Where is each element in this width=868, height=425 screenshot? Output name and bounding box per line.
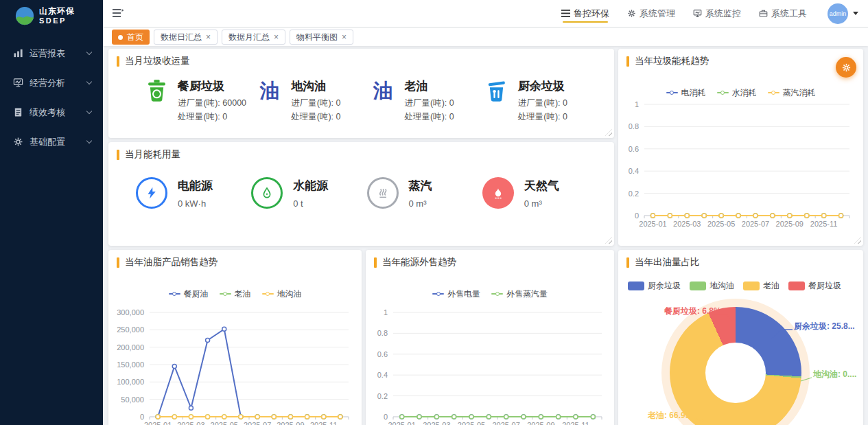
sidebar-item-business-analysis[interactable]: 经营分析 xyxy=(0,68,103,97)
tab-label: 首页 xyxy=(127,32,143,43)
legend-item[interactable]: 外售蒸汽量 xyxy=(491,288,548,300)
svg-text:2025-07: 2025-07 xyxy=(492,421,519,425)
stat-name: 地沟油 xyxy=(291,78,340,94)
card-title: 当年能源外售趋势 xyxy=(366,250,614,271)
svg-text:200,000: 200,000 xyxy=(117,343,144,352)
stat-water-energy: 水能源 0 t xyxy=(251,177,366,209)
title-accent-bar xyxy=(117,150,119,160)
monitor-chart-icon xyxy=(13,78,23,88)
donut-chart: 厨余垃圾: 25.8...地沟油: 0....老油: 66.93%餐厨垃圾: 6… xyxy=(618,293,863,425)
oil-sales-chart: 050,000100,000150,000200,000250,000300,0… xyxy=(108,300,362,425)
trash-blue-icon xyxy=(484,78,509,106)
svg-text:0: 0 xyxy=(635,211,639,220)
sidebar-collapse-button[interactable] xyxy=(113,8,124,19)
energy-trend-chart: 00.20.40.60.812025-012025-032025-052025-… xyxy=(618,99,863,239)
stat-food-waste: 厨余垃圾 进厂量(吨): 0 处理量(吨): 0 xyxy=(484,78,598,124)
legend-item[interactable]: 餐厨垃圾 xyxy=(788,280,841,292)
chart-legend: 电消耗水消耗蒸汽消耗 xyxy=(618,87,863,99)
svg-text:2025-11: 2025-11 xyxy=(810,220,838,228)
sidebar-item-performance-review[interactable]: 绩效考核 xyxy=(0,97,103,127)
svg-text:2025-11: 2025-11 xyxy=(562,421,589,425)
logo-icon xyxy=(15,6,34,25)
energy-stats-row: 电能源 0 kW·h 水能源 0 t 蒸汽 0 m³ xyxy=(108,163,614,209)
nav-item-lukong-env[interactable]: 鲁控环保 xyxy=(561,0,609,27)
avatar[interactable]: admin xyxy=(828,3,848,24)
legend-item[interactable]: 厨余垃圾 xyxy=(628,280,681,292)
stat-name: 厨余垃圾 xyxy=(518,78,567,94)
svg-text:2025-11: 2025-11 xyxy=(310,421,338,425)
stat-processed: 处理量(吨): 0 xyxy=(405,110,454,124)
legend-item[interactable]: 老油 xyxy=(743,280,779,292)
header-nav: 鲁控环保 系统管理 系统监控 系统工具 admin xyxy=(561,0,858,27)
svg-text:2025-01: 2025-01 xyxy=(639,220,666,228)
title-accent-bar xyxy=(374,257,377,268)
close-icon[interactable]: × xyxy=(342,32,347,42)
stat-name: 老油 xyxy=(405,78,454,94)
legend-item[interactable]: 老油 xyxy=(220,288,251,300)
card-title: 当年垃圾能耗趋势 xyxy=(618,49,863,70)
donut-slices[interactable] xyxy=(670,307,801,425)
stat-processed: 处理量(吨): 0 xyxy=(178,110,246,124)
chart-settings-button[interactable] xyxy=(836,57,856,78)
svg-text:2025-03: 2025-03 xyxy=(423,421,450,425)
pie-label: 老油: 66.93% xyxy=(648,410,697,422)
resize-handle-icon[interactable] xyxy=(605,237,612,244)
stat-intake: 进厂量(吨): 0 xyxy=(405,96,454,110)
close-icon[interactable]: × xyxy=(274,32,279,42)
pie-label: 厨余垃圾: 25.8... xyxy=(794,321,855,332)
tab-data-daily-summary[interactable]: 数据日汇总 × xyxy=(154,30,218,45)
svg-text:0.4: 0.4 xyxy=(377,371,388,379)
svg-text:2025-07: 2025-07 xyxy=(742,220,769,228)
legend-item[interactable]: 电消耗 xyxy=(666,87,706,99)
svg-text:2025-07: 2025-07 xyxy=(244,421,271,425)
legend-item[interactable]: 餐厨油 xyxy=(169,288,209,300)
svg-text:0.6: 0.6 xyxy=(629,145,639,153)
legend-item[interactable]: 蒸汽消耗 xyxy=(768,87,816,99)
nav-item-system-tools[interactable]: 系统工具 xyxy=(759,0,807,27)
legend-item[interactable]: 地沟油 xyxy=(690,280,734,292)
brand-name-cn: 山东环保 xyxy=(39,7,75,16)
nav-item-label: 系统工具 xyxy=(771,8,807,20)
svg-text:0: 0 xyxy=(140,413,144,421)
card-yearly-energy-trend: 当年垃圾能耗趋势 电消耗水消耗蒸汽消耗 00.20.40.60.812025-0… xyxy=(618,49,863,246)
stat-steam: 蒸汽 0 m³ xyxy=(367,177,482,209)
chevron-down-icon xyxy=(86,79,92,84)
tab-bar: 首页 数据日汇总 × 数据月汇总 × 物料平衡图 × xyxy=(103,28,868,46)
svg-text:50,000: 50,000 xyxy=(121,395,144,404)
sidebar-item-operation-reports[interactable]: 运营报表 xyxy=(0,38,103,68)
card-title: 当月能耗用量 xyxy=(108,142,614,163)
tab-home[interactable]: 首页 xyxy=(112,30,150,45)
gear-icon xyxy=(841,62,852,73)
gear-icon xyxy=(13,137,23,147)
nav-item-label: 鲁控环保 xyxy=(574,8,609,20)
legend-item[interactable]: 外售电量 xyxy=(432,288,480,300)
pie-label: 餐厨垃圾: 6.8% xyxy=(664,306,721,317)
sidebar-item-label: 基础配置 xyxy=(30,136,65,148)
svg-text:0.8: 0.8 xyxy=(629,122,639,130)
svg-text:0.6: 0.6 xyxy=(377,350,388,358)
nav-item-system-monitor[interactable]: 系统监控 xyxy=(693,0,741,27)
stat-electric-energy: 电能源 0 kW·h xyxy=(136,177,251,209)
close-icon[interactable]: × xyxy=(206,32,211,42)
svg-text:250,000: 250,000 xyxy=(117,325,144,334)
svg-text:2025-01: 2025-01 xyxy=(388,421,415,425)
card-title: 当年油脂产品销售趋势 xyxy=(108,250,362,271)
legend-item[interactable]: 水消耗 xyxy=(717,87,757,99)
sidebar-item-base-config[interactable]: 基础配置 xyxy=(0,127,103,157)
stat-value: 0 m³ xyxy=(409,198,432,209)
stat-old-oil: 油 老油 进厂量(吨): 0 处理量(吨): 0 xyxy=(371,78,484,124)
chevron-down-icon xyxy=(86,108,92,114)
legend-item[interactable]: 地沟油 xyxy=(262,288,302,300)
stat-natural-gas: 天然气 0 m³ xyxy=(482,177,598,209)
nav-item-system-manage[interactable]: 系统管理 xyxy=(627,0,675,27)
stat-name: 餐厨垃圾 xyxy=(178,78,246,94)
card-yearly-oil-ratio: 当年出油量占比 厨余垃圾地沟油老油餐厨垃圾 厨余垃圾: 25.8...地沟油: … xyxy=(618,250,863,425)
tab-data-monthly-summary[interactable]: 数据月汇总 × xyxy=(222,30,285,45)
sidebar-item-label: 经营分析 xyxy=(30,77,65,89)
user-menu[interactable]: admin xyxy=(825,3,858,24)
svg-text:2025-03: 2025-03 xyxy=(673,220,701,228)
resize-handle-icon[interactable] xyxy=(605,129,612,136)
title-accent-bar xyxy=(117,257,119,268)
tab-material-balance[interactable]: 物料平衡图 × xyxy=(290,30,353,45)
svg-text:2025-05: 2025-05 xyxy=(211,421,238,425)
